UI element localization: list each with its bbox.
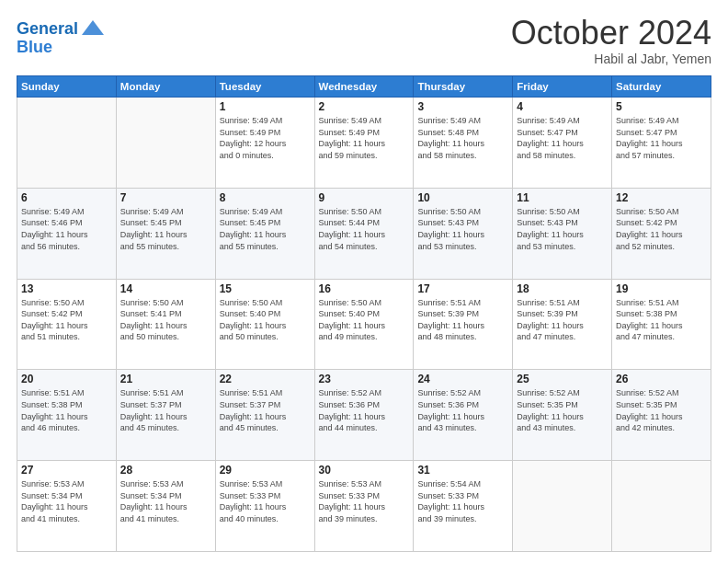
calendar-cell: [612, 461, 711, 552]
calendar-cell: 6Sunrise: 5:49 AM Sunset: 5:46 PM Daylig…: [17, 188, 117, 279]
calendar-cell: 28Sunrise: 5:53 AM Sunset: 5:34 PM Dayli…: [116, 461, 215, 552]
calendar-cell: [17, 98, 117, 189]
weekday-header: Thursday: [414, 76, 513, 98]
calendar-cell: 24Sunrise: 5:52 AM Sunset: 5:36 PM Dayli…: [414, 370, 513, 461]
day-number: 24: [417, 373, 508, 385]
day-info: Sunrise: 5:49 AM Sunset: 5:45 PM Dayligh…: [120, 206, 211, 252]
calendar-cell: 4Sunrise: 5:49 AM Sunset: 5:47 PM Daylig…: [513, 98, 612, 189]
calendar-cell: 7Sunrise: 5:49 AM Sunset: 5:45 PM Daylig…: [116, 188, 215, 279]
calendar-cell: 3Sunrise: 5:49 AM Sunset: 5:48 PM Daylig…: [414, 98, 513, 189]
calendar-cell: 21Sunrise: 5:51 AM Sunset: 5:37 PM Dayli…: [116, 370, 215, 461]
calendar-cell: [513, 461, 612, 552]
calendar-cell: 27Sunrise: 5:53 AM Sunset: 5:34 PM Dayli…: [17, 461, 117, 552]
day-number: 27: [21, 464, 112, 477]
calendar-cell: 23Sunrise: 5:52 AM Sunset: 5:36 PM Dayli…: [314, 370, 414, 461]
calendar-cell: 5Sunrise: 5:49 AM Sunset: 5:47 PM Daylig…: [612, 98, 711, 189]
day-info: Sunrise: 5:51 AM Sunset: 5:39 PM Dayligh…: [417, 297, 508, 343]
day-info: Sunrise: 5:49 AM Sunset: 5:47 PM Dayligh…: [517, 115, 608, 161]
calendar-cell: [116, 98, 215, 189]
day-number: 4: [517, 100, 608, 113]
day-info: Sunrise: 5:50 AM Sunset: 5:43 PM Dayligh…: [517, 206, 608, 252]
day-info: Sunrise: 5:51 AM Sunset: 5:38 PM Dayligh…: [616, 297, 707, 343]
title-block: October 2024 Habil al Jabr, Yemen: [511, 17, 711, 66]
calendar-cell: 26Sunrise: 5:52 AM Sunset: 5:35 PM Dayli…: [612, 370, 711, 461]
day-number: 13: [21, 282, 112, 295]
day-info: Sunrise: 5:49 AM Sunset: 5:49 PM Dayligh…: [319, 115, 410, 161]
calendar-cell: 19Sunrise: 5:51 AM Sunset: 5:38 PM Dayli…: [612, 279, 711, 370]
day-number: 28: [120, 464, 211, 477]
day-number: 19: [616, 282, 707, 295]
day-info: Sunrise: 5:52 AM Sunset: 5:36 PM Dayligh…: [417, 387, 508, 433]
day-info: Sunrise: 5:53 AM Sunset: 5:34 PM Dayligh…: [120, 478, 211, 524]
day-info: Sunrise: 5:50 AM Sunset: 5:41 PM Dayligh…: [120, 297, 211, 343]
calendar-week-row: 20Sunrise: 5:51 AM Sunset: 5:38 PM Dayli…: [17, 370, 711, 461]
calendar-cell: 9Sunrise: 5:50 AM Sunset: 5:44 PM Daylig…: [314, 188, 414, 279]
day-number: 10: [417, 191, 508, 204]
day-info: Sunrise: 5:49 AM Sunset: 5:45 PM Dayligh…: [220, 206, 311, 252]
calendar-header-row: SundayMondayTuesdayWednesdayThursdayFrid…: [17, 76, 711, 98]
weekday-header: Wednesday: [314, 76, 414, 98]
day-number: 11: [517, 191, 608, 204]
day-number: 7: [120, 191, 211, 204]
day-info: Sunrise: 5:50 AM Sunset: 5:44 PM Dayligh…: [319, 206, 410, 252]
day-number: 17: [417, 282, 508, 295]
calendar-week-row: 13Sunrise: 5:50 AM Sunset: 5:42 PM Dayli…: [17, 279, 711, 370]
day-number: 26: [616, 373, 707, 385]
day-number: 2: [319, 100, 410, 113]
calendar-week-row: 1Sunrise: 5:49 AM Sunset: 5:49 PM Daylig…: [17, 98, 711, 189]
calendar-week-row: 6Sunrise: 5:49 AM Sunset: 5:46 PM Daylig…: [17, 188, 711, 279]
day-info: Sunrise: 5:52 AM Sunset: 5:35 PM Dayligh…: [517, 387, 608, 433]
calendar-week-row: 27Sunrise: 5:53 AM Sunset: 5:34 PM Dayli…: [17, 461, 711, 552]
page: General Blue October 2024 Habil al Jabr,…: [0, 0, 728, 563]
day-info: Sunrise: 5:49 AM Sunset: 5:49 PM Dayligh…: [220, 115, 311, 161]
calendar-cell: 20Sunrise: 5:51 AM Sunset: 5:38 PM Dayli…: [17, 370, 117, 461]
day-info: Sunrise: 5:51 AM Sunset: 5:38 PM Dayligh…: [21, 387, 112, 433]
day-info: Sunrise: 5:53 AM Sunset: 5:33 PM Dayligh…: [319, 478, 410, 524]
day-info: Sunrise: 5:51 AM Sunset: 5:37 PM Dayligh…: [120, 387, 211, 433]
day-number: 8: [220, 191, 311, 204]
weekday-header: Monday: [116, 76, 215, 98]
day-number: 22: [220, 373, 311, 385]
day-info: Sunrise: 5:53 AM Sunset: 5:34 PM Dayligh…: [21, 478, 112, 524]
day-number: 12: [616, 191, 707, 204]
day-info: Sunrise: 5:50 AM Sunset: 5:40 PM Dayligh…: [319, 297, 410, 343]
calendar-cell: 22Sunrise: 5:51 AM Sunset: 5:37 PM Dayli…: [215, 370, 314, 461]
day-info: Sunrise: 5:52 AM Sunset: 5:35 PM Dayligh…: [616, 387, 707, 433]
calendar-cell: 31Sunrise: 5:54 AM Sunset: 5:33 PM Dayli…: [414, 461, 513, 552]
day-number: 29: [220, 464, 311, 477]
calendar-cell: 13Sunrise: 5:50 AM Sunset: 5:42 PM Dayli…: [17, 279, 117, 370]
weekday-header: Tuesday: [215, 76, 314, 98]
calendar-cell: 12Sunrise: 5:50 AM Sunset: 5:42 PM Dayli…: [612, 188, 711, 279]
day-number: 25: [517, 373, 608, 385]
svg-marker-0: [82, 20, 104, 35]
month-title: October 2024: [511, 17, 711, 50]
day-number: 31: [417, 464, 508, 477]
day-number: 23: [319, 373, 410, 385]
day-number: 15: [220, 282, 311, 295]
day-info: Sunrise: 5:53 AM Sunset: 5:33 PM Dayligh…: [220, 478, 311, 524]
calendar-cell: 11Sunrise: 5:50 AM Sunset: 5:43 PM Dayli…: [513, 188, 612, 279]
day-info: Sunrise: 5:49 AM Sunset: 5:47 PM Dayligh…: [616, 115, 707, 161]
calendar-cell: 1Sunrise: 5:49 AM Sunset: 5:49 PM Daylig…: [215, 98, 314, 189]
day-number: 1: [220, 100, 311, 113]
logo-blue: Blue: [17, 39, 52, 57]
logo: General Blue: [17, 17, 106, 57]
location-subtitle: Habil al Jabr, Yemen: [511, 52, 711, 66]
day-info: Sunrise: 5:52 AM Sunset: 5:36 PM Dayligh…: [319, 387, 410, 433]
day-number: 18: [517, 282, 608, 295]
calendar-cell: 8Sunrise: 5:49 AM Sunset: 5:45 PM Daylig…: [215, 188, 314, 279]
logo-icon: [80, 17, 106, 42]
calendar-cell: 14Sunrise: 5:50 AM Sunset: 5:41 PM Dayli…: [116, 279, 215, 370]
weekday-header: Sunday: [17, 76, 117, 98]
calendar-cell: 25Sunrise: 5:52 AM Sunset: 5:35 PM Dayli…: [513, 370, 612, 461]
day-info: Sunrise: 5:49 AM Sunset: 5:46 PM Dayligh…: [21, 206, 112, 252]
day-number: 30: [319, 464, 410, 477]
calendar-cell: 30Sunrise: 5:53 AM Sunset: 5:33 PM Dayli…: [314, 461, 414, 552]
logo-text: General: [17, 20, 78, 39]
day-info: Sunrise: 5:50 AM Sunset: 5:40 PM Dayligh…: [220, 297, 311, 343]
day-number: 5: [616, 100, 707, 113]
calendar-cell: 15Sunrise: 5:50 AM Sunset: 5:40 PM Dayli…: [215, 279, 314, 370]
day-number: 21: [120, 373, 211, 385]
calendar-cell: 18Sunrise: 5:51 AM Sunset: 5:39 PM Dayli…: [513, 279, 612, 370]
day-info: Sunrise: 5:50 AM Sunset: 5:42 PM Dayligh…: [21, 297, 112, 343]
